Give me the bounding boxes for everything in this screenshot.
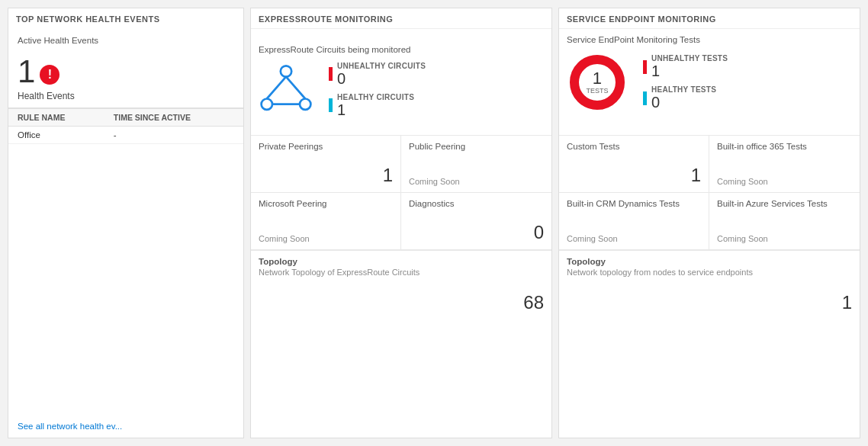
middle-tile-1: Public PeeringComing Soon [401, 136, 551, 193]
left-panel: TOP NETWORK HEALTH EVENTS Active Health … [8, 8, 244, 438]
tile-title: Microsoft Peering [259, 199, 393, 208]
red-bar [329, 67, 333, 81]
healthy-circuits-label: HEALTHY CIRCUITS [337, 93, 414, 101]
unhealthy-circuits-info: UNHEALTHY CIRCUITS 0 [337, 62, 426, 87]
tile-coming-soon: Coming Soon [259, 234, 393, 243]
unhealthy-circuits-row: UNHEALTHY CIRCUITS 0 [329, 62, 426, 87]
svg-line-4 [286, 77, 305, 99]
healthy-circuits-row: HEALTHY CIRCUITS 1 [329, 93, 426, 118]
middle-tile-3: Diagnostics0 [401, 193, 551, 250]
donut-center: 1 TESTS [586, 69, 608, 95]
health-section: Active Health Events 1 ! Health Events [8, 28, 243, 108]
sep-top: Service EndPoint Monitoring Tests 1 TEST… [559, 29, 860, 136]
right-topology-title: Topology [567, 257, 852, 266]
middle-topology-title: Topology [259, 257, 544, 266]
svg-point-2 [300, 99, 310, 110]
svg-line-3 [267, 77, 286, 99]
donut-chart: 1 TESTS [567, 52, 628, 113]
tile-coming-soon: Coming Soon [567, 234, 701, 243]
tile-coming-soon: Coming Soon [717, 177, 852, 186]
middle-panel: EXPRESSROUTE MONITORING ExpressRoute Cir… [250, 8, 552, 438]
tile-title: Diagnostics [409, 199, 544, 208]
health-count: 1 [18, 56, 35, 88]
right-tile-2: Built-in CRM Dynamics TestsComing Soon [559, 193, 709, 250]
donut-center-label: TESTS [586, 88, 608, 95]
healthy-tests-info: HEALTHY TESTS 0 [651, 85, 716, 111]
healthy-circuits-info: HEALTHY CIRCUITS 1 [337, 93, 414, 118]
tile-value: 0 [409, 222, 544, 243]
middle-topology-tile: Topology Network Topology of ExpressRout… [251, 251, 551, 319]
health-count-row: 1 ! [18, 56, 234, 88]
tile-value: 1 [259, 165, 393, 186]
middle-panel-header: EXPRESSROUTE MONITORING [251, 8, 551, 29]
er-subtitle: ExpressRoute Circuits being monitored [259, 45, 544, 54]
tile-title: Private Peerings [259, 142, 393, 151]
right-tile-1: Built-in office 365 TestsComing Soon [709, 136, 860, 193]
left-footer: See all network health ev... [8, 415, 243, 438]
tile-title: Custom Tests [567, 142, 701, 151]
health-subtitle: Active Health Events [18, 36, 234, 45]
left-panel-header: TOP NETWORK HEALTH EVENTS [8, 8, 243, 28]
svg-point-1 [262, 99, 272, 110]
er-top-inner: ExpressRoute Circuits being monitored [259, 45, 544, 118]
right-panel: SERVICE ENDPOINT MONITORING Service EndP… [558, 8, 860, 438]
health-alert-icon: ! [40, 65, 59, 85]
teal-bar [329, 98, 333, 112]
red-bar-sep [643, 60, 647, 74]
middle-tile-2: Microsoft PeeringComing Soon [251, 193, 401, 250]
tile-value: 1 [567, 165, 701, 186]
middle-tile-0: Private Peerings1 [251, 136, 401, 193]
health-label: Health Events [18, 91, 234, 101]
healthy-tests-label: HEALTHY TESTS [651, 85, 716, 94]
see-all-link[interactable]: See all network health ev... [18, 422, 122, 431]
events-table: RULE NAME TIME SINCE ACTIVE Office- [8, 108, 243, 144]
right-tile-grid: Custom Tests1Built-in office 365 TestsCo… [559, 136, 860, 251]
unhealthy-tests-value: 1 [651, 63, 728, 79]
tile-title: Public Peering [409, 142, 544, 151]
table-row: Office- [8, 127, 243, 144]
tile-coming-soon: Coming Soon [717, 234, 852, 243]
tile-coming-soon: Coming Soon [409, 177, 544, 186]
middle-tile-grid: Private Peerings1Public PeeringComing So… [251, 136, 551, 251]
right-topology-value: 1 [567, 292, 852, 313]
sep-stats: UNHEALTHY TESTS 1 HEALTHY TESTS 0 [643, 54, 728, 111]
rule-name-cell: Office [8, 127, 104, 144]
teal-bar-sep [643, 91, 647, 105]
middle-topology-value: 68 [259, 292, 544, 313]
col-time-active: TIME SINCE ACTIVE [104, 109, 243, 127]
triangle-network-icon [259, 64, 313, 115]
col-rule-name: RULE NAME [8, 109, 104, 127]
donut-center-num: 1 [586, 69, 608, 88]
right-tile-3: Built-in Azure Services TestsComing Soon [709, 193, 860, 250]
unhealthy-tests-row: UNHEALTHY TESTS 1 [643, 54, 728, 79]
healthy-tests-value: 0 [651, 94, 716, 111]
healthy-circuits-value: 1 [337, 101, 414, 118]
healthy-tests-row: HEALTHY TESTS 0 [643, 85, 728, 111]
right-topology-tile: Topology Network topology from nodes to … [559, 251, 860, 319]
unhealthy-tests-info: UNHEALTHY TESTS 1 [651, 54, 728, 79]
expressroute-top: ExpressRoute Circuits being monitored [251, 29, 551, 136]
tile-title: Built-in Azure Services Tests [717, 199, 852, 208]
right-tile-0: Custom Tests1 [559, 136, 709, 193]
right-panel-header: SERVICE ENDPOINT MONITORING [559, 8, 860, 29]
tile-title: Built-in CRM Dynamics Tests [567, 199, 701, 208]
svg-point-0 [281, 66, 291, 76]
er-top-content: UNHEALTHY CIRCUITS 0 HEALTHY CIRCUITS 1 [259, 62, 544, 118]
er-stats: UNHEALTHY CIRCUITS 0 HEALTHY CIRCUITS 1 [329, 62, 426, 118]
time-active-cell: - [104, 127, 243, 144]
middle-topology-subtitle: Network Topology of ExpressRoute Circuit… [259, 268, 544, 277]
tile-title: Built-in office 365 Tests [717, 142, 852, 151]
sep-content: 1 TESTS UNHEALTHY TESTS 1 [567, 52, 852, 113]
unhealthy-circuits-label: UNHEALTHY CIRCUITS [337, 62, 426, 70]
unhealthy-circuits-value: 0 [337, 70, 426, 87]
sep-subtitle: Service EndPoint Monitoring Tests [567, 35, 852, 44]
right-topology-subtitle: Network topology from nodes to service e… [567, 268, 852, 277]
unhealthy-tests-label: UNHEALTHY TESTS [651, 54, 728, 63]
